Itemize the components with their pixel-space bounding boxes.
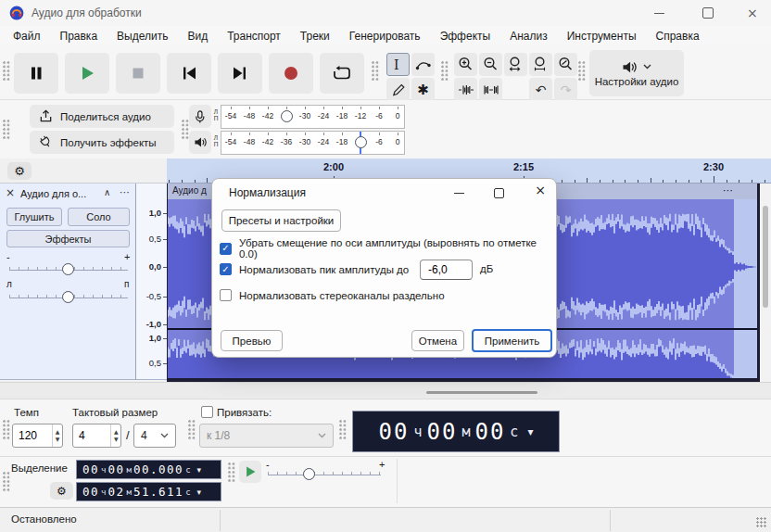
menu-item-generate[interactable]: Генерировать [349, 30, 421, 43]
vertical-scrollbar-thumb[interactable] [763, 206, 768, 308]
audio-position-display[interactable]: 00ч00м00с▾ [352, 411, 560, 452]
draw-tool-button[interactable] [386, 78, 410, 101]
selection-end-display[interactable]: 00ч02м51.611с▾ [76, 482, 221, 501]
menu-item-effects[interactable]: Эффекты [440, 30, 491, 43]
speed-slider-knob[interactable] [303, 468, 315, 480]
zoom-out-button[interactable] [479, 53, 502, 76]
note-value-select[interactable]: 4 [133, 424, 176, 448]
timeline-options-button[interactable]: ⚙ [7, 162, 32, 180]
zoom-toggle-button[interactable] [554, 53, 577, 76]
tempo-grip[interactable] [3, 420, 10, 440]
window-minimize-button[interactable] [652, 6, 667, 20]
menu-item-view[interactable]: Вид [187, 30, 208, 43]
cancel-button[interactable]: Отмена [411, 330, 464, 351]
display-format-caret[interactable]: ▾ [197, 488, 202, 497]
play-at-speed-grip[interactable] [228, 462, 235, 483]
snap-checkbox[interactable]: ✓ [201, 406, 213, 418]
tempo-spinner[interactable]: ▲▼ [12, 424, 63, 448]
menu-item-analyze[interactable]: Анализ [510, 30, 548, 43]
menu-item-edit[interactable]: Правка [60, 30, 98, 43]
share-audio-button[interactable]: Поделиться аудио [30, 105, 174, 128]
vertical-ruler[interactable]: 1,00,50,0-0,5-1,01,00,5 [136, 184, 167, 380]
clip-menu-button[interactable]: ⋯ [723, 184, 733, 196]
track-collapse-button[interactable]: ∧ [104, 187, 110, 197]
selection-options-button[interactable]: ⚙ [50, 482, 73, 500]
trim-audio-button[interactable] [454, 78, 477, 101]
track-menu-button[interactable]: ⋯ [120, 186, 130, 198]
apply-button[interactable]: Применить [472, 329, 552, 352]
menu-item-transport[interactable]: Транспорт [227, 30, 281, 43]
dialog-minimize-button[interactable] [451, 184, 468, 201]
display-format-caret[interactable]: ▾ [197, 465, 202, 475]
zoom-fit-icon [533, 57, 549, 72]
snap-grip[interactable] [188, 420, 196, 440]
gain-slider-knob[interactable] [62, 263, 74, 275]
stop-button[interactable] [116, 53, 160, 94]
play-at-speed-button[interactable] [239, 461, 261, 483]
menu-item-tools[interactable]: Инструменты [567, 30, 637, 43]
loop-button[interactable] [320, 53, 364, 94]
record-meter[interactable]: -54-48-42-30-24-18-12-60 [221, 105, 405, 129]
time-display-grip[interactable] [339, 420, 347, 440]
pan-slider-knob[interactable] [62, 291, 74, 303]
track-effects-button[interactable]: Эффекты [6, 230, 130, 247]
skip-to-end-button[interactable] [218, 53, 262, 94]
zoom-selection-button[interactable] [504, 53, 527, 76]
resize-grip[interactable] [756, 517, 767, 528]
snap-select[interactable]: к 1/8 [199, 424, 334, 448]
peak-amplitude-input[interactable] [420, 260, 473, 280]
menu-item-help[interactable]: Справка [656, 30, 700, 43]
zoom-fit-button[interactable] [529, 53, 552, 76]
presets-settings-button[interactable]: Пресеты и настройки [221, 209, 341, 232]
record-meter-mic-button[interactable] [189, 105, 211, 128]
record-volume-knob[interactable] [281, 110, 293, 122]
undo-button[interactable]: ↶ [529, 78, 552, 101]
mute-button[interactable]: Глушить [6, 208, 62, 226]
share-toolbar-grip[interactable] [3, 120, 10, 140]
remove-dc-checkbox[interactable]: ✓ [220, 243, 232, 255]
selection-start-display[interactable]: 00ч00м00.000с▾ [76, 460, 221, 479]
tools-toolbar-grip[interactable] [372, 61, 379, 82]
tempo-spin-arrows[interactable]: ▲▼ [52, 424, 62, 447]
window-maximize-button[interactable] [701, 6, 715, 20]
get-effects-button[interactable]: Получить эффекты [30, 131, 174, 154]
display-format-caret[interactable]: ▾ [527, 425, 533, 438]
dialog-maximize-button[interactable] [490, 184, 507, 201]
menu-item-tracks[interactable]: Треки [300, 30, 330, 43]
edit-toolbar-grip[interactable] [441, 61, 449, 82]
preview-button[interactable]: Превью [221, 330, 283, 351]
track-title[interactable]: Аудио для о... [20, 188, 100, 199]
vertical-scrollbar[interactable] [760, 184, 771, 382]
beats-spin-arrows[interactable]: ▲▼ [110, 424, 120, 447]
multi-tool-button[interactable]: ✱ [411, 78, 435, 101]
playback-volume-knob[interactable] [355, 136, 367, 148]
silence-audio-button[interactable] [479, 78, 502, 101]
beats-spinner[interactable]: ▲▼ [72, 424, 121, 448]
tempo-input[interactable] [13, 424, 52, 447]
selection-tool-button[interactable]: I [386, 53, 410, 76]
play-button[interactable] [65, 53, 109, 94]
meter-toolbar-grip[interactable] [182, 120, 189, 140]
beats-input[interactable] [73, 424, 110, 447]
window-close-button[interactable]: × [747, 6, 762, 20]
playback-meter[interactable]: -54-48-42-36-30-24-18-60 [221, 131, 405, 155]
skip-to-start-button[interactable] [167, 53, 211, 94]
audio-setup-button[interactable]: Настройки аудио [589, 50, 684, 96]
audio-setup-grip[interactable] [578, 61, 586, 82]
redo-button[interactable]: ↷ [554, 78, 577, 101]
horizontal-scrollbar-thumb[interactable] [426, 391, 537, 394]
envelope-tool-button[interactable] [411, 53, 435, 76]
normalize-peak-checkbox[interactable]: ✓ [220, 263, 232, 275]
transport-toolbar-grip[interactable] [3, 61, 10, 82]
playback-meter-speaker-button[interactable] [189, 131, 211, 154]
record-button[interactable] [269, 53, 313, 94]
zoom-in-button[interactable] [454, 53, 477, 76]
menu-item-file[interactable]: Файл [13, 30, 41, 43]
pause-button[interactable] [14, 53, 58, 94]
dialog-close-button[interactable]: × [532, 183, 549, 199]
normalize-stereo-checkbox[interactable]: ✓ [220, 289, 232, 301]
track-close-button[interactable]: × [6, 186, 15, 199]
menu-item-select[interactable]: Выделить [117, 30, 168, 43]
selection-grip[interactable] [3, 472, 10, 492]
solo-button[interactable]: Соло [68, 208, 130, 226]
